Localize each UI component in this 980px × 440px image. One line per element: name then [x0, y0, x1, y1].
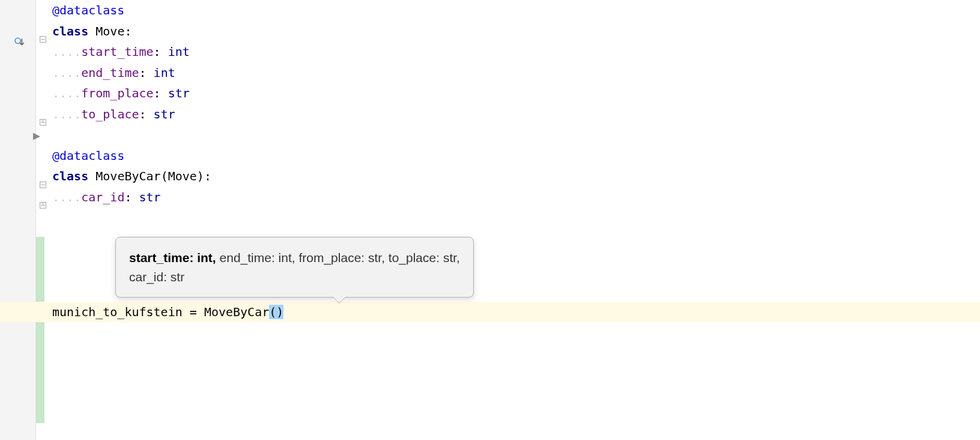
- code-line: ....start_time: int: [45, 41, 980, 63]
- code-line: @dataclass: [45, 0, 980, 21]
- override-down-icon[interactable]: [14, 36, 25, 47]
- svg-point-0: [15, 38, 20, 43]
- decorator: @dataclass: [52, 3, 124, 17]
- code-line: ....end_time: int: [45, 63, 980, 84]
- code-line: ....to_place: str: [45, 104, 980, 125]
- code-line: [45, 124, 980, 145]
- caret-position: (: [269, 305, 276, 319]
- run-triangle-icon[interactable]: [33, 129, 40, 143]
- parameter-list: end_time: int, from_place: str, to_place…: [216, 251, 460, 264]
- parameter-list: car_id: str: [129, 270, 184, 284]
- current-parameter: start_time: int,: [129, 251, 216, 264]
- code-editor[interactable]: @dataclass class Move: ....start_time: i…: [45, 0, 980, 440]
- code-line: @dataclass: [45, 145, 980, 167]
- code-line: class MoveByCar(Move):: [45, 166, 980, 187]
- vcs-change-marker: [36, 237, 44, 423]
- parameter-info-tooltip: start_time: int, end_time: int, from_pla…: [115, 237, 474, 298]
- code-line: class Move:: [45, 21, 980, 42]
- gutter: [0, 0, 36, 440]
- code-line: munich_to_kufstein = MoveByCar(): [45, 302, 980, 323]
- code-line: ....car_id: str: [45, 187, 980, 208]
- code-line: [45, 207, 980, 228]
- code-line: ....from_place: str: [45, 83, 980, 104]
